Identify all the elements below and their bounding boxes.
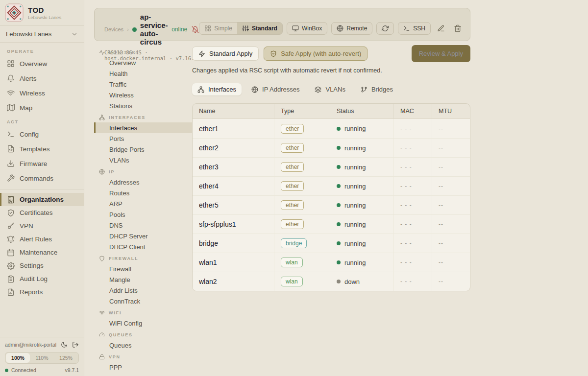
ssh-button[interactable]: SSH: [398, 22, 431, 35]
sidebar-item[interactable]: Alerts: [0, 71, 84, 86]
chevron-down-icon: [71, 31, 78, 38]
tab[interactable]: VLANs: [309, 83, 350, 95]
standard-apply-button[interactable]: Standard Apply: [192, 47, 259, 61]
sidebar-item[interactable]: Maintenance: [0, 246, 84, 259]
content-panel: Standard Apply Safe Apply (with auto-rev…: [192, 45, 470, 373]
status-cell: running: [330, 177, 393, 195]
view-mode-option[interactable]: Standard: [237, 23, 282, 34]
app-version: v9.7.1: [65, 367, 79, 373]
devnav-item[interactable]: ARP: [94, 198, 192, 209]
table-row[interactable]: bridge bridge running - - - --: [193, 234, 470, 253]
monitor-icon: [292, 25, 299, 32]
sidebar-item[interactable]: Settings: [0, 259, 84, 272]
delete-button[interactable]: [451, 22, 464, 35]
devnav-item[interactable]: PPP: [94, 362, 192, 373]
devnav-item[interactable]: Wireless: [94, 90, 192, 100]
sidebar-item[interactable]: Overview: [0, 56, 84, 71]
devnav-item[interactable]: Queues: [94, 340, 192, 351]
sidebar-item[interactable]: Certificates: [0, 206, 84, 219]
file-code-icon: [7, 145, 15, 153]
table-row[interactable]: ether2 ether running - - - --: [193, 138, 470, 157]
zoom-option[interactable]: 100%: [6, 353, 30, 363]
type-badge: bridge: [281, 238, 307, 248]
type-badge: ether: [281, 162, 304, 172]
view-mode-option[interactable]: Simple: [199, 23, 237, 34]
devnav-section-label: INTERFACES: [94, 111, 192, 122]
devnav-item[interactable]: VLANs: [94, 155, 192, 165]
refresh-button[interactable]: [376, 22, 394, 35]
table-row[interactable]: wlan1 wlan running - - - --: [193, 253, 470, 272]
table-row[interactable]: wlan2 wlan down - - - --: [193, 272, 470, 291]
sidebar-item[interactable]: Organizations: [0, 193, 84, 206]
column-header: MAC: [393, 104, 432, 118]
mtu-cell: --: [432, 119, 470, 138]
sidebar-item[interactable]: Map: [0, 100, 84, 115]
sidebar-item[interactable]: Config: [0, 127, 84, 141]
devnav-item[interactable]: DNS: [94, 220, 192, 231]
tab[interactable]: Bridges: [355, 83, 398, 95]
devnav-item[interactable]: DHCP Client: [94, 241, 192, 252]
apply-note: Changes applied via RSC script with auto…: [192, 67, 470, 74]
tab[interactable]: Interfaces: [192, 83, 242, 95]
logout-icon[interactable]: [72, 341, 79, 348]
key-icon: [7, 222, 15, 230]
safe-apply-button[interactable]: Safe Apply (with auto-revert): [264, 47, 368, 61]
app-logo: TOD Lebowski Lanes: [0, 0, 84, 26]
breadcrumb-devices[interactable]: Devices: [104, 26, 123, 32]
devnav-item[interactable]: Addresses: [94, 177, 192, 188]
mtu-cell: --: [432, 158, 470, 176]
devnav-item[interactable]: Pools: [94, 209, 192, 220]
lightning-icon: [198, 50, 205, 57]
table-row[interactable]: sfp-sfpplus1 ether running - - - --: [193, 214, 470, 234]
sidebar-item[interactable]: VPN: [0, 219, 84, 233]
dark-mode-icon[interactable]: [61, 341, 68, 348]
devnav-item[interactable]: Traffic: [94, 79, 192, 90]
status-dot: [337, 280, 341, 283]
devnav-item[interactable]: DHCP Server: [94, 231, 192, 241]
devnav-item[interactable]: Interfaces: [94, 122, 192, 133]
gauge-icon: [99, 332, 105, 338]
status-dot: [337, 260, 341, 264]
winbox-button[interactable]: WinBox: [287, 22, 327, 35]
devnav-item[interactable]: Health: [94, 68, 192, 79]
zoom-option[interactable]: 125%: [54, 353, 78, 363]
devnav-section-label: VPN: [94, 351, 192, 362]
sidebar-footer: admin@mikrotik-portal.dev 100% 110% 125%…: [0, 337, 84, 376]
tab[interactable]: IP Addresses: [246, 83, 305, 95]
table-row[interactable]: ether1 ether running - - - --: [193, 119, 470, 138]
sidebar-item[interactable]: Audit Log: [0, 272, 84, 285]
remote-button[interactable]: Remote: [331, 22, 372, 35]
sidebar-item[interactable]: Alert Rules: [0, 233, 84, 246]
breadcrumb-separator: ›: [127, 26, 129, 32]
type-badge: ether: [281, 143, 304, 153]
devnav-item[interactable]: Overview: [94, 57, 192, 68]
table-row[interactable]: ether4 ether running - - - --: [193, 176, 470, 195]
notifications-off-icon[interactable]: [192, 26, 199, 33]
zoom-option[interactable]: 110%: [30, 353, 54, 363]
sidebar-item[interactable]: Templates: [0, 141, 84, 156]
table-row[interactable]: ether5 ether running - - - --: [193, 195, 470, 214]
mac-cell: - - -: [393, 119, 432, 138]
org-selector-label: Lebowski Lanes: [6, 30, 51, 38]
review-apply-button[interactable]: Review & Apply: [412, 45, 470, 62]
table-row[interactable]: ether3 ether running - - - --: [193, 157, 470, 176]
devnav-item[interactable]: Mangle: [94, 274, 192, 285]
devnav-item[interactable]: ConnTrack: [94, 296, 192, 306]
edit-button[interactable]: [435, 22, 447, 35]
devnav-item[interactable]: Routes: [94, 188, 192, 198]
sidebar-item[interactable]: Reports: [0, 285, 84, 299]
devnav-item[interactable]: WiFi Config: [94, 318, 192, 329]
sidebar-item[interactable]: Firmware: [0, 156, 84, 171]
bell-ring-icon: [7, 235, 15, 243]
org-selector[interactable]: Lebowski Lanes: [0, 26, 84, 43]
devnav-item[interactable]: Stations: [94, 100, 192, 111]
sidebar-item[interactable]: Commands: [0, 171, 84, 186]
devnav-item[interactable]: Addr Lists: [94, 285, 192, 296]
devnav-item[interactable]: Ports: [94, 133, 192, 144]
devnav-item[interactable]: Bridge Ports: [94, 144, 192, 155]
sidebar-item[interactable]: Wireless: [0, 86, 84, 100]
type-badge: ether: [281, 124, 304, 134]
devnav-item[interactable]: Firewall: [94, 263, 192, 274]
activity-icon: [99, 49, 105, 55]
mtu-cell: --: [432, 177, 470, 195]
